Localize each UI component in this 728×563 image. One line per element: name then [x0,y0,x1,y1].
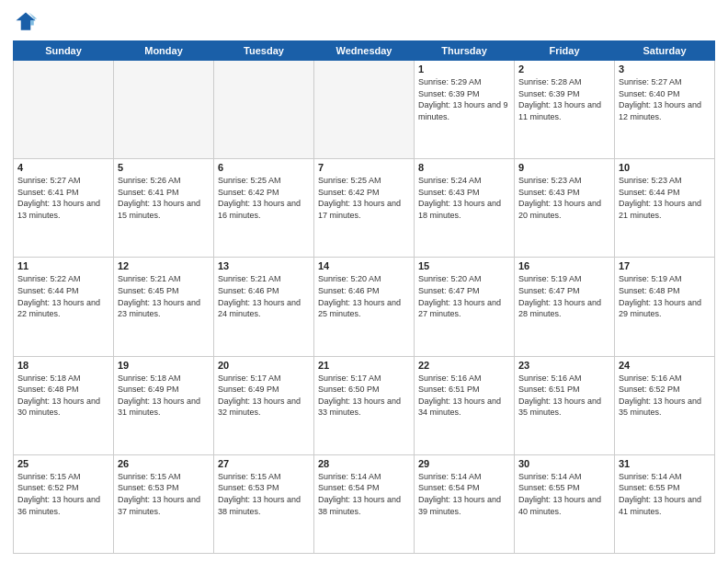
day-info: Sunrise: 5:19 AMSunset: 6:47 PMDaylight:… [518,273,610,319]
day-number: 30 [518,458,610,469]
calendar-cell: 29Sunrise: 5:14 AMSunset: 6:54 PMDayligh… [415,454,515,553]
calendar-cell: 27Sunrise: 5:15 AMSunset: 6:53 PMDayligh… [214,454,314,553]
day-number: 2 [518,63,610,75]
calendar-cell: 17Sunrise: 5:19 AMSunset: 6:48 PMDayligh… [615,258,715,356]
day-info: Sunrise: 5:17 AMSunset: 6:50 PMDaylight:… [318,373,410,419]
day-info: Sunrise: 5:14 AMSunset: 6:55 PMDaylight:… [619,471,711,517]
day-header-friday: Friday [515,41,615,61]
day-number: 15 [418,260,510,271]
calendar-cell: 28Sunrise: 5:14 AMSunset: 6:54 PMDayligh… [314,454,415,553]
calendar-cell: 4Sunrise: 5:27 AMSunset: 6:41 PMDaylight… [14,159,114,258]
day-info: Sunrise: 5:24 AMSunset: 6:43 PMDaylight:… [418,175,510,221]
day-info: Sunrise: 5:20 AMSunset: 6:46 PMDaylight:… [318,273,410,319]
day-info: Sunrise: 5:22 AMSunset: 6:44 PMDaylight:… [17,273,109,319]
day-header-tuesday: Tuesday [214,41,314,61]
day-info: Sunrise: 5:21 AMSunset: 6:46 PMDaylight:… [218,273,310,319]
day-number: 10 [619,162,711,173]
day-number: 6 [218,162,310,173]
day-number: 21 [318,360,410,371]
day-number: 13 [218,260,310,271]
calendar-cell [314,61,415,159]
page: SundayMondayTuesdayWednesdayThursdayFrid… [0,0,728,563]
day-number: 27 [218,458,310,469]
calendar-cell [214,61,314,159]
day-info: Sunrise: 5:27 AMSunset: 6:41 PMDaylight:… [17,175,109,221]
day-number: 24 [619,360,711,371]
day-info: Sunrise: 5:18 AMSunset: 6:49 PMDaylight:… [118,373,210,419]
day-number: 29 [418,458,510,469]
day-number: 20 [218,360,310,371]
day-number: 14 [318,260,410,271]
calendar-cell: 31Sunrise: 5:14 AMSunset: 6:55 PMDayligh… [615,454,715,553]
day-number: 5 [118,162,210,173]
day-info: Sunrise: 5:20 AMSunset: 6:47 PMDaylight:… [418,273,510,319]
calendar-cell: 24Sunrise: 5:16 AMSunset: 6:52 PMDayligh… [615,356,715,454]
calendar-cell: 16Sunrise: 5:19 AMSunset: 6:47 PMDayligh… [515,258,615,356]
day-number: 7 [318,162,410,173]
day-info: Sunrise: 5:23 AMSunset: 6:43 PMDaylight:… [518,175,610,221]
day-info: Sunrise: 5:29 AMSunset: 6:39 PMDaylight:… [418,76,510,122]
calendar-cell: 13Sunrise: 5:21 AMSunset: 6:46 PMDayligh… [214,258,314,356]
calendar-cell: 30Sunrise: 5:14 AMSunset: 6:55 PMDayligh… [515,454,615,553]
day-info: Sunrise: 5:28 AMSunset: 6:39 PMDaylight:… [518,76,610,122]
calendar-cell: 3Sunrise: 5:27 AMSunset: 6:40 PMDaylight… [615,61,715,159]
calendar-cell [114,61,214,159]
day-info: Sunrise: 5:18 AMSunset: 6:48 PMDaylight:… [17,373,109,419]
day-header-monday: Monday [114,41,214,61]
calendar-cell [14,61,114,159]
day-number: 22 [418,360,510,371]
day-number: 11 [17,260,109,271]
day-info: Sunrise: 5:23 AMSunset: 6:44 PMDaylight:… [619,175,711,221]
day-number: 3 [619,63,711,75]
calendar-cell: 9Sunrise: 5:23 AMSunset: 6:43 PMDaylight… [515,159,615,258]
calendar-cell: 23Sunrise: 5:16 AMSunset: 6:51 PMDayligh… [515,356,615,454]
day-info: Sunrise: 5:26 AMSunset: 6:41 PMDaylight:… [118,175,210,221]
calendar-cell: 12Sunrise: 5:21 AMSunset: 6:45 PMDayligh… [114,258,214,356]
day-number: 19 [118,360,210,371]
day-number: 18 [17,360,109,371]
day-number: 8 [418,162,510,173]
calendar-cell: 18Sunrise: 5:18 AMSunset: 6:48 PMDayligh… [14,356,114,454]
day-info: Sunrise: 5:15 AMSunset: 6:52 PMDaylight:… [17,471,109,517]
day-number: 23 [518,360,610,371]
day-number: 28 [318,458,410,469]
calendar-cell: 21Sunrise: 5:17 AMSunset: 6:50 PMDayligh… [314,356,415,454]
logo [13,9,42,35]
day-info: Sunrise: 5:16 AMSunset: 6:51 PMDaylight:… [518,373,610,419]
day-number: 16 [518,260,610,271]
calendar-cell: 5Sunrise: 5:26 AMSunset: 6:41 PMDaylight… [114,159,214,258]
day-number: 4 [17,162,109,173]
day-header-saturday: Saturday [615,41,715,61]
day-info: Sunrise: 5:15 AMSunset: 6:53 PMDaylight:… [118,471,210,517]
calendar-cell: 14Sunrise: 5:20 AMSunset: 6:46 PMDayligh… [314,258,415,356]
calendar-cell: 6Sunrise: 5:25 AMSunset: 6:42 PMDaylight… [214,159,314,258]
day-info: Sunrise: 5:21 AMSunset: 6:45 PMDaylight:… [118,273,210,319]
calendar-cell: 1Sunrise: 5:29 AMSunset: 6:39 PMDaylight… [415,61,515,159]
calendar-table: SundayMondayTuesdayWednesdayThursdayFrid… [13,40,715,554]
day-info: Sunrise: 5:14 AMSunset: 6:54 PMDaylight:… [418,471,510,517]
calendar-cell: 22Sunrise: 5:16 AMSunset: 6:51 PMDayligh… [415,356,515,454]
day-info: Sunrise: 5:27 AMSunset: 6:40 PMDaylight:… [619,76,711,122]
calendar-cell: 10Sunrise: 5:23 AMSunset: 6:44 PMDayligh… [615,159,715,258]
calendar-cell: 19Sunrise: 5:18 AMSunset: 6:49 PMDayligh… [114,356,214,454]
day-info: Sunrise: 5:19 AMSunset: 6:48 PMDaylight:… [619,273,711,319]
day-number: 31 [619,458,711,469]
day-info: Sunrise: 5:15 AMSunset: 6:53 PMDaylight:… [218,471,310,517]
day-info: Sunrise: 5:25 AMSunset: 6:42 PMDaylight:… [218,175,310,221]
day-header-sunday: Sunday [14,41,114,61]
day-header-thursday: Thursday [415,41,515,61]
calendar-cell: 11Sunrise: 5:22 AMSunset: 6:44 PMDayligh… [14,258,114,356]
calendar-cell: 7Sunrise: 5:25 AMSunset: 6:42 PMDaylight… [314,159,415,258]
day-info: Sunrise: 5:14 AMSunset: 6:55 PMDaylight:… [518,471,610,517]
day-header-wednesday: Wednesday [314,41,415,61]
calendar-cell: 2Sunrise: 5:28 AMSunset: 6:39 PMDaylight… [515,61,615,159]
header [13,9,715,35]
day-info: Sunrise: 5:25 AMSunset: 6:42 PMDaylight:… [318,175,410,221]
day-number: 1 [418,63,510,75]
day-number: 9 [518,162,610,173]
calendar-cell: 20Sunrise: 5:17 AMSunset: 6:49 PMDayligh… [214,356,314,454]
day-number: 17 [619,260,711,271]
day-number: 12 [118,260,210,271]
calendar-cell: 15Sunrise: 5:20 AMSunset: 6:47 PMDayligh… [415,258,515,356]
logo-icon [13,9,39,35]
